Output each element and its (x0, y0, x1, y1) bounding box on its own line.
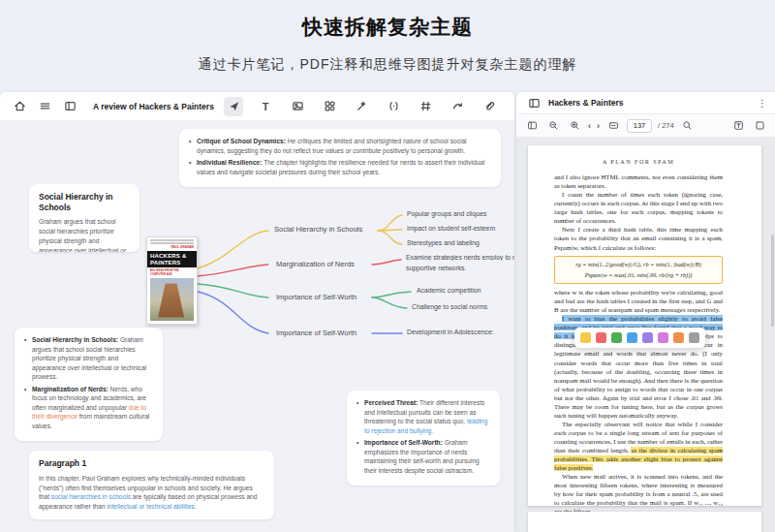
pdf-paragraph: I count the number of times each token (… (554, 190, 723, 225)
whiteboard-canvas[interactable]: Critique of School Dynamics: He critique… (0, 121, 514, 532)
thumbnails-panel-icon[interactable] (524, 118, 540, 134)
mindmap-leaf[interactable]: Challenge to social norms (412, 303, 487, 310)
more-options-icon[interactable]: ⋮ (758, 98, 767, 109)
pdf-paragraph: and I also ignore HTML comments, not eve… (554, 172, 723, 190)
formula-line: Pspam|w = max(.01, min(.99, rb/(rg + rb)… (557, 271, 720, 279)
mindmap-leaf[interactable]: Impact on student self-esteem (407, 225, 495, 232)
mindmap-leaf[interactable]: Academic competition (417, 287, 481, 294)
pdf-paragraph: When new mail arrives, it is scanned int… (554, 472, 723, 516)
highlight-color-swatch[interactable] (627, 332, 637, 343)
attachment-tool-icon[interactable] (480, 97, 499, 116)
highlight-color-palette (574, 328, 705, 348)
embed-tool-icon[interactable] (384, 97, 403, 116)
mindmap-leaf[interactable]: Development in Adolescence: (407, 329, 494, 335)
next-page-icon[interactable]: › (597, 121, 600, 131)
hero-section: 快速拆解复杂主题 通过卡片笔记，PDF注释和思维导图提升对复杂主题的理解 (0, 0, 775, 74)
whiteboard-window: A review of Hackers & Painters T (0, 92, 514, 532)
card-title: Social Hierarchy in Schools (39, 192, 130, 212)
pdf-header: Hackers & Painters ⋮ (516, 92, 775, 114)
formula-line: rg = min(1, 2|good(w)|/G), rb = min(1, |… (557, 261, 720, 268)
pdf-paragraph: Next I create a third hash table, this t… (554, 225, 723, 251)
shapes-tool-icon[interactable] (320, 97, 339, 116)
threat-card[interactable]: Perceived Threat: Their different intere… (347, 391, 500, 485)
highlight-color-swatch[interactable] (580, 332, 591, 343)
zoom-out-icon[interactable] (545, 118, 561, 134)
page-number-input[interactable] (627, 119, 652, 133)
book-cover[interactable]: PAUL GRAHAM HACKERS & PAINTERS BIG IDEAS… (146, 236, 198, 325)
pdf-sidebar-icon[interactable] (524, 93, 543, 112)
highlight-color-swatch[interactable] (673, 332, 684, 343)
highlight-color-swatch[interactable] (596, 332, 606, 343)
hierarchy-card[interactable]: Social Hierarchy in Schools Graham argue… (29, 184, 140, 252)
pdf-next-page (528, 512, 761, 532)
home-icon[interactable] (10, 97, 29, 116)
sidebar-toggle-icon[interactable] (60, 97, 79, 116)
page-title: 快速拆解复杂主题 (0, 14, 775, 41)
running-head: A PLAN FOR SPAM (554, 158, 723, 166)
highlight-color-swatch[interactable] (658, 332, 668, 343)
text-tool-icon[interactable]: T (256, 97, 275, 116)
mindmap-leaf[interactable]: supportive networks. (406, 265, 466, 271)
mindmap-leaf[interactable]: Stereotypes and labeling (407, 239, 480, 246)
highlight-color-swatch[interactable] (642, 332, 653, 343)
book-cover-top: PAUL GRAHAM (147, 237, 197, 251)
paragraph-card[interactable]: Paragraph 1 In this chapter, Paul Graham… (29, 451, 274, 519)
highlight-color-swatch[interactable] (689, 332, 699, 343)
pdf-paragraph: where w is the token whose probability w… (554, 288, 723, 314)
paragraph-body: In this chapter, Paul Graham explores wh… (39, 474, 264, 513)
pdf-toolbar: ‹ › / 274 (516, 114, 775, 138)
mindmap-branch[interactable]: Social Hierarchy in Schools (274, 225, 362, 234)
highlight-color-swatch[interactable] (611, 332, 622, 343)
note-bullet: Critique of School Dynamics: He critique… (189, 137, 491, 155)
top-note-card[interactable]: Critique of School Dynamics: He critique… (179, 129, 501, 187)
image-tool-icon[interactable] (288, 97, 307, 116)
book-cover-art (150, 278, 194, 321)
book-author: PAUL GRAHAM (150, 245, 194, 249)
formula-box: rg = min(1, 2|good(w)|/G), rb = min(1, |… (554, 256, 723, 285)
pdf-window: Hackers & Painters ⋮ ‹ › / 274 (516, 92, 775, 532)
prev-page-icon[interactable]: ‹ (588, 121, 591, 131)
pdf-paragraph: The especially observant will notice tha… (554, 420, 723, 472)
mindmap-branch[interactable]: Importance of Self-Worth (276, 293, 356, 301)
zoom-in-icon[interactable] (567, 118, 582, 134)
mindmap-branch[interactable]: Marginalization of Nerds (276, 260, 355, 268)
fullscreen-icon[interactable] (752, 118, 767, 134)
sticker-tool-icon[interactable] (352, 97, 371, 116)
pdf-viewer[interactable]: A PLAN FOR SPAM and I also ignore HTML c… (516, 138, 775, 532)
connector-tool-icon[interactable] (448, 97, 467, 116)
note-bullet: Social Hierarchy in Schools: Graham argu… (24, 335, 153, 382)
tool-group: T (224, 97, 505, 116)
note-bullet: Perceived Threat: Their different intere… (356, 398, 490, 435)
page-total: / 274 (658, 121, 674, 130)
hierarchies-link[interactable]: social hierarchies in schools (51, 493, 131, 500)
mindmap-leaf[interactable]: Popular groups and cliques (407, 210, 486, 217)
search-icon[interactable] (680, 118, 696, 134)
scroll-mode-icon[interactable] (605, 118, 621, 134)
select-tool-icon[interactable] (224, 97, 243, 116)
fit-page-icon[interactable] (730, 118, 746, 134)
card-body: Graham argues that school social hierarc… (39, 217, 130, 252)
note-bullet: Individual Resilience: The chapter highl… (189, 158, 491, 176)
frame-tool-icon[interactable] (416, 97, 435, 116)
book-title: HACKERS & PAINTERS (147, 251, 197, 267)
scrollbar-thumb[interactable] (771, 235, 774, 327)
book-subtitle: BIG IDEAS FROM THE COMPUTER AGE (147, 267, 197, 278)
paragraph-title: Paragraph 1 (39, 458, 264, 469)
mindmap-leaf[interactable]: Examine strategies nerds employ to m (406, 254, 514, 261)
notes-card[interactable]: Social Hierarchy in Schools: Graham argu… (15, 328, 163, 441)
pdf-title: Hackers & Painters (548, 98, 624, 108)
abilities-link[interactable]: intellectual or technical abilities. (107, 503, 196, 510)
whiteboard-toolbar: A review of Hackers & Painters T (0, 92, 514, 121)
page-subtitle: 通过卡片笔记，PDF注释和思维导图提升对复杂主题的理解 (0, 56, 775, 74)
board-title: A review of Hackers & Painters (93, 102, 214, 111)
pdf-page: A PLAN FOR SPAM and I also ignore HTML c… (528, 145, 761, 506)
note-bullet: Marginalization of Nerds: Nerds, who foc… (24, 385, 153, 431)
note-bullet: Importance of Self-Worth: Graham emphasi… (356, 438, 490, 475)
mindmap-branch[interactable]: Importance of Self-Worth (276, 329, 356, 337)
menu-icon[interactable] (35, 97, 54, 116)
